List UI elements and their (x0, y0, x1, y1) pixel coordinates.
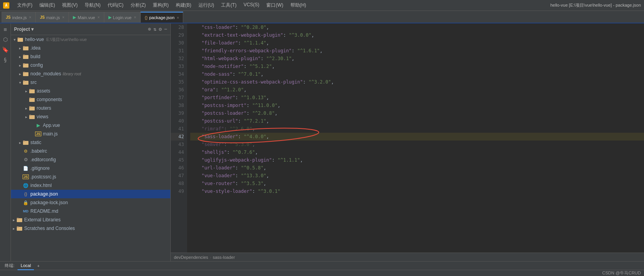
code-segment: , (266, 39, 269, 47)
line-number: 36 (171, 86, 184, 94)
tab-close[interactable]: × (177, 16, 179, 20)
tree-item-views[interactable]: ▸views (11, 112, 170, 121)
code-segment: "node-sass" (202, 70, 232, 78)
tab-close[interactable]: × (62, 15, 64, 20)
tab-main-js[interactable]: JSmain.js× (35, 12, 69, 23)
tree-item-components[interactable]: components (11, 95, 170, 104)
menu-item[interactable]: 运行(U) (195, 1, 218, 9)
tab-label: Main.vue (78, 15, 95, 20)
menu-item[interactable]: 帮助(H) (287, 1, 310, 9)
menu-item[interactable]: 构建(B) (173, 1, 195, 9)
code-segment: "^4.0.0" (244, 133, 266, 141)
minimize-icon[interactable]: − (164, 26, 167, 32)
tab-close[interactable]: × (97, 15, 100, 20)
code-line-40: "postcss-url": "^7.2.1", (190, 117, 644, 125)
code-segment: , (252, 125, 255, 133)
code-segment: "^3.2.0" (308, 78, 331, 86)
tab-package-json[interactable]: {}package.json× (140, 12, 183, 23)
tree-item-gitignore[interactable]: 📄.gitignore (11, 164, 170, 173)
js-tab-icon: JS (6, 15, 11, 20)
code-segment: "portfinder" (202, 94, 235, 101)
menu-item[interactable]: 代码(C) (104, 1, 127, 9)
menu-item[interactable]: 导航(N) (81, 1, 104, 9)
sidebar-tool-2[interactable]: ⬡ (1, 35, 10, 44)
tree-item-editorconfig[interactable]: ⚙.editorconfig (11, 155, 170, 164)
code-lines[interactable]: "css-loader": "^0.28.0", "extract-text-w… (187, 23, 644, 253)
tree-item-assets[interactable]: ▸assets (11, 87, 170, 95)
bottom-tab-add[interactable]: + (34, 262, 42, 270)
tree-item-main-js-file[interactable]: JSmain.js (11, 130, 170, 138)
tree-item-readme[interactable]: MDREADME.md (11, 207, 170, 215)
breadcrumb-item[interactable]: sass-loader (213, 255, 235, 260)
tree-item-postcssrc[interactable]: JS.postcssrc.js (11, 173, 170, 181)
code-segment: "vue-style-loader" (202, 187, 252, 195)
menu-item[interactable]: 窗口(W) (263, 1, 286, 9)
sidebar-tool-1[interactable]: ≡ (1, 25, 10, 34)
svg-rect-31 (23, 141, 25, 142)
settings-icon[interactable]: ⚙ (159, 26, 162, 32)
menu-item[interactable]: VCS(S) (241, 1, 263, 9)
tree-arrow: ▸ (17, 63, 23, 68)
line-number: 43 (171, 141, 184, 148)
code-segment: "^5.3.0" (230, 141, 252, 148)
tree-item-package-lock[interactable]: 🔒package-lock.json (11, 198, 170, 207)
tree-item-build[interactable]: ▸build (11, 52, 170, 61)
svg-rect-22 (29, 98, 31, 99)
tree-item-scratches[interactable]: ▸Scratches and Consoles (11, 224, 170, 233)
code-segment: : (272, 156, 278, 164)
code-segment: "^11.0.0" (252, 101, 278, 109)
tree-item-package-json-file[interactable]: {}package.json (11, 190, 170, 198)
code-line-45: "uglifyjs-webpack-plugin": "^1.1.1", (190, 156, 644, 164)
tab-main-vue[interactable]: ▶Main.vue× (69, 12, 104, 23)
tree-item-node_modules[interactable]: ▸node_moduleslibrary root (11, 69, 170, 78)
code-segment: "url-loader" (202, 164, 235, 172)
sidebar-tool-4[interactable]: § (1, 55, 10, 64)
breadcrumb-item[interactable]: devDependencies (174, 255, 208, 260)
tab-close[interactable]: × (134, 15, 136, 20)
tree-item-index-html[interactable]: 🌐index.html (11, 181, 170, 190)
tab-close[interactable]: × (29, 15, 32, 20)
code-segment: : (244, 62, 249, 70)
line-number: 44 (171, 148, 184, 156)
panel-header-icons[interactable]: ⊕ ⇅ ⚙ − (148, 26, 167, 32)
code-segment: "postcss-loader" (202, 109, 247, 117)
tree-item-app-vue[interactable]: ▶App.vue (11, 121, 170, 130)
tree-item-idea[interactable]: ▸.idea (11, 44, 170, 52)
tab-login-vue[interactable]: ▶Login.vue× (104, 12, 141, 23)
collapse-icon[interactable]: ⇅ (154, 26, 157, 32)
tree-item-label: routers (37, 105, 51, 111)
code-segment: "css-loader" (202, 23, 235, 31)
bottom-tab[interactable]: 终端: (2, 262, 18, 270)
menu-item[interactable]: 文件(F) (14, 1, 35, 9)
tree-item-static[interactable]: ▸static (11, 138, 170, 147)
tree-item-external-libs[interactable]: ▸External Libraries (11, 215, 170, 224)
tree-root[interactable]: ▾hello-vueE:\项目\vue\hello-vue (11, 35, 170, 44)
menu-item[interactable]: 编辑(E) (36, 1, 58, 9)
lock-file-icon: 🔒 (23, 199, 29, 206)
menu-item[interactable]: 重构(R) (150, 1, 172, 9)
tree-item-src[interactable]: ▾src (11, 78, 170, 87)
line-number: 32 (171, 55, 184, 62)
tree-item-label: .editorconfig (30, 157, 56, 162)
tree-item-babelrc[interactable]: ⚙.babelrc (11, 147, 170, 155)
tree-item-label: static (30, 140, 41, 145)
menu-item[interactable]: 分析(Z) (127, 1, 149, 9)
tree-item-routers[interactable]: ▸routers (11, 104, 170, 112)
bottom-tab[interactable]: Local (18, 262, 34, 270)
code-segment: "^13.3.0" (241, 172, 266, 180)
sidebar-tool-3[interactable]: 🔖 (1, 45, 10, 54)
tree-item-config[interactable]: ▸config (11, 61, 170, 69)
root-path: E:\项目\vue\hello-vue (46, 37, 87, 43)
editor-area: 2829303132333435363738394041424344454647… (171, 23, 644, 261)
menu-bar[interactable]: 文件(F)编辑(E)视图(V)导航(N)代码(C)分析(Z)重构(R)构建(B)… (14, 1, 309, 9)
svg-rect-34 (17, 218, 19, 219)
tab-index-js[interactable]: JSindex.js× (2, 12, 35, 23)
locate-icon[interactable]: ⊕ (148, 26, 151, 32)
md-file-icon: MD (23, 208, 29, 214)
code-segment: "ora" (202, 86, 216, 94)
folder-icon (29, 105, 35, 111)
menu-item[interactable]: 视图(V) (59, 1, 81, 9)
tree-arrow: ▸ (17, 55, 23, 59)
folder-icon (23, 45, 29, 51)
menu-item[interactable]: 工具(T) (218, 1, 239, 9)
